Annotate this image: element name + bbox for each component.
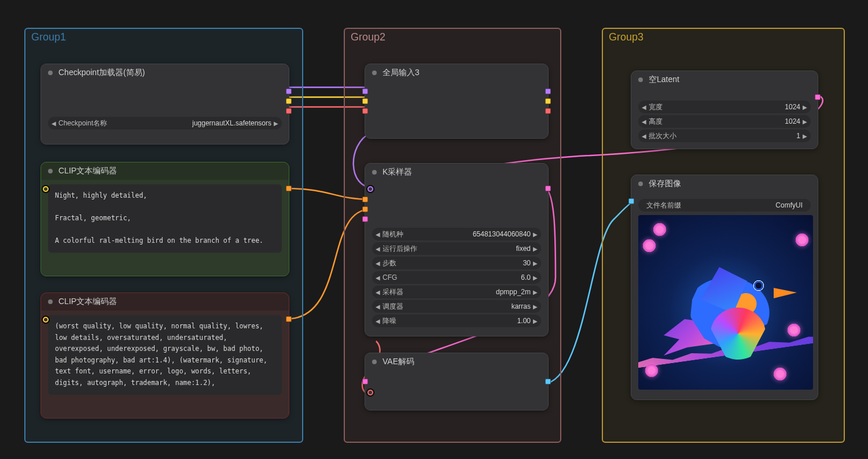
widget-value: 1024 — [663, 117, 800, 125]
widget-value: 1024 — [663, 103, 800, 111]
latent-widget-2[interactable]: ◀批次大小1▶ — [638, 129, 811, 142]
widget-label: 随机种 — [382, 230, 403, 239]
port-latent-in[interactable] — [362, 216, 368, 222]
widget-label: 批次大小 — [649, 131, 676, 141]
chevron-right-icon[interactable]: ▶ — [274, 120, 278, 127]
output-image-preview[interactable] — [638, 215, 813, 390]
port-clip-out[interactable] — [286, 98, 292, 104]
node-vae-decode[interactable]: VAE解码 — [365, 353, 549, 410]
port-samples-in[interactable] — [362, 379, 368, 384]
chevron-right-icon[interactable]: ▶ — [533, 303, 538, 310]
chevron-right-icon[interactable]: ▶ — [533, 231, 538, 238]
chevron-right-icon[interactable]: ▶ — [533, 318, 538, 324]
port-images-in[interactable] — [628, 198, 634, 204]
port-model-out[interactable] — [545, 88, 551, 94]
port-vae-out[interactable] — [545, 108, 551, 114]
widget-value: ComfyUI — [681, 201, 803, 209]
collapse-dot-icon[interactable] — [372, 71, 377, 75]
collapse-dot-icon[interactable] — [638, 182, 643, 186]
widget-ckpt-name[interactable]: ◀ Checkpoint名称 juggernautXL.safetensors … — [48, 117, 282, 129]
port-clip-out[interactable] — [545, 98, 551, 104]
widget-label: 宽度 — [649, 102, 663, 112]
latent-widget-0[interactable]: ◀宽度1024▶ — [638, 101, 811, 113]
chevron-right-icon[interactable]: ▶ — [533, 289, 538, 295]
node-ksampler[interactable]: K采样器 ◀随机种654813044060840▶◀运行后操作fixed▶◀步数… — [365, 163, 549, 336]
port-vae-out[interactable] — [286, 108, 292, 114]
port-model-in[interactable] — [367, 186, 374, 193]
group-1-title: Group1 — [31, 31, 66, 43]
widget-value: 6.0 — [397, 273, 531, 282]
port-positive-in[interactable] — [362, 197, 368, 202]
port-latent-out[interactable] — [545, 186, 551, 191]
port-latent-out[interactable] — [815, 94, 821, 100]
chevron-right-icon[interactable]: ▶ — [533, 246, 538, 252]
collapse-dot-icon[interactable] — [48, 71, 53, 75]
chevron-left-icon[interactable]: ◀ — [376, 260, 380, 266]
chevron-left-icon[interactable]: ◀ — [376, 289, 380, 295]
widget-label: 调度器 — [382, 302, 403, 312]
ksampler-widget-4[interactable]: ◀采样器dpmpp_2m▶ — [372, 286, 541, 298]
group-1[interactable]: Group1 Checkpoint加载器(简易) ◀ Checkpoint名称 … — [24, 28, 303, 443]
chevron-left-icon[interactable]: ◀ — [376, 231, 380, 238]
chevron-left-icon[interactable]: ◀ — [642, 104, 646, 110]
widget-label: Checkpoint名称 — [58, 119, 107, 128]
collapse-dot-icon[interactable] — [48, 299, 53, 304]
widget-label: CFG — [382, 273, 397, 282]
widget-label: 运行后操作 — [382, 244, 417, 254]
widget-label: 高度 — [649, 117, 663, 127]
node-title: CLIP文本编码器 — [58, 166, 117, 176]
chevron-left-icon[interactable]: ◀ — [642, 133, 646, 139]
chevron-left-icon[interactable]: ◀ — [376, 303, 380, 310]
widget-label: 文件名前缀 — [646, 201, 681, 210]
port-vae-in[interactable] — [362, 108, 368, 114]
chevron-right-icon[interactable]: ▶ — [533, 275, 538, 281]
port-clip-in[interactable] — [42, 316, 49, 323]
chevron-left-icon[interactable]: ◀ — [642, 119, 646, 125]
ksampler-widget-6[interactable]: ◀降噪1.00▶ — [372, 314, 541, 327]
collapse-dot-icon[interactable] — [638, 77, 643, 82]
node-global-input[interactable]: 全局输入3 — [365, 64, 549, 139]
collapse-dot-icon[interactable] — [372, 170, 377, 175]
latent-widget-1[interactable]: ◀高度1024▶ — [638, 115, 811, 128]
node-empty-latent[interactable]: 空Latent ◀宽度1024▶◀高度1024▶◀批次大小1▶ — [631, 71, 818, 149]
ksampler-widget-5[interactable]: ◀调度器karras▶ — [372, 300, 541, 313]
port-vae-in[interactable] — [367, 389, 374, 396]
ksampler-widget-3[interactable]: ◀CFG6.0▶ — [372, 271, 541, 284]
port-conditioning-out[interactable] — [286, 316, 292, 322]
chevron-left-icon[interactable]: ◀ — [376, 246, 380, 252]
group-3-title: Group3 — [609, 31, 643, 43]
collapse-dot-icon[interactable] — [372, 360, 377, 364]
chevron-right-icon[interactable]: ▶ — [803, 104, 807, 110]
chevron-right-icon[interactable]: ▶ — [803, 133, 807, 139]
node-checkpoint-loader[interactable]: Checkpoint加载器(简易) ◀ Checkpoint名称 juggern… — [41, 64, 289, 145]
chevron-left-icon[interactable]: ◀ — [376, 318, 380, 324]
port-conditioning-out[interactable] — [286, 186, 292, 191]
widget-value: fixed — [417, 245, 531, 253]
port-model-out[interactable] — [286, 88, 292, 94]
ksampler-widget-2[interactable]: ◀步数30▶ — [372, 257, 541, 269]
negative-prompt-textarea[interactable]: (worst quality, low quality, normal qual… — [48, 315, 282, 395]
port-model-in[interactable] — [362, 88, 368, 94]
node-clip-negative[interactable]: CLIP文本编码器 (worst quality, low quality, n… — [41, 293, 289, 419]
chevron-left-icon[interactable]: ◀ — [52, 120, 56, 127]
widget-value: karras — [403, 302, 531, 310]
port-clip-in[interactable] — [42, 186, 49, 193]
chevron-right-icon[interactable]: ▶ — [533, 260, 538, 266]
node-clip-positive[interactable]: CLIP文本编码器 Night, highly detailed, Fracta… — [41, 162, 289, 276]
group-3[interactable]: Group3 空Latent ◀宽度1024▶◀高度1024▶◀批次大小1▶ 保… — [602, 28, 845, 443]
collapse-dot-icon[interactable] — [48, 169, 53, 173]
widget-value: dpmpp_2m — [403, 288, 531, 296]
ksampler-widget-0[interactable]: ◀随机种654813044060840▶ — [372, 228, 541, 240]
widget-filename-prefix[interactable]: 文件名前缀 ComfyUI — [638, 199, 811, 212]
port-negative-in[interactable] — [362, 206, 368, 212]
node-graph-canvas[interactable]: Group1 Checkpoint加载器(简易) ◀ Checkpoint名称 … — [0, 0, 868, 459]
port-clip-in[interactable] — [362, 98, 368, 104]
port-image-out[interactable] — [545, 379, 551, 384]
chevron-left-icon[interactable]: ◀ — [376, 275, 380, 281]
node-save-image[interactable]: 保存图像 文件名前缀 ComfyUI — [631, 175, 818, 400]
chevron-right-icon[interactable]: ▶ — [803, 119, 807, 125]
widget-label: 采样器 — [382, 287, 403, 297]
prompt-textarea[interactable]: Night, highly detailed, Fractal, geometr… — [48, 184, 282, 253]
ksampler-widget-1[interactable]: ◀运行后操作fixed▶ — [372, 242, 541, 255]
group-2[interactable]: Group2 全局输入3 K采样器 ◀随机种654813 — [344, 28, 561, 443]
